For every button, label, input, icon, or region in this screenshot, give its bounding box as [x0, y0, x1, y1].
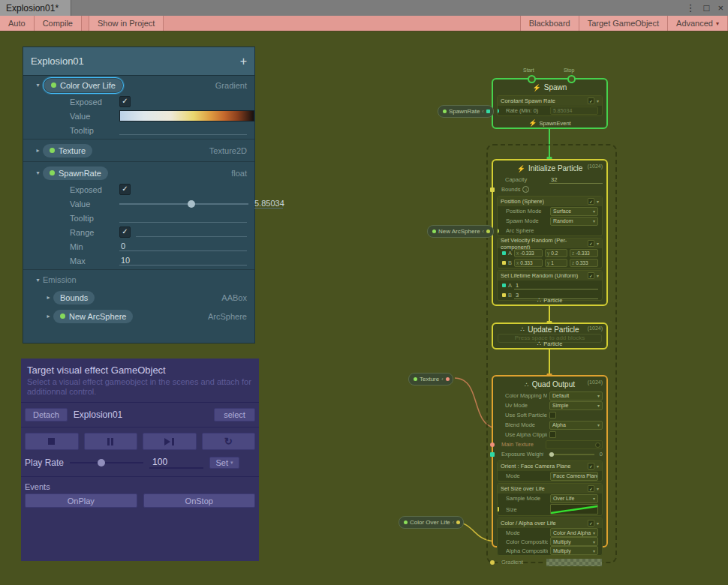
pause-button[interactable]	[84, 433, 138, 450]
exposed-checkbox[interactable]: ✓	[119, 184, 131, 195]
context-quad-output[interactable]: ∴ Quad Output (1024) Color Mapping Mode …	[492, 375, 608, 548]
lifetime-a-field[interactable]: 1	[514, 282, 598, 290]
block-position-sphere[interactable]: Position (Sphere) ✓ ▾ Position Mode Surf…	[497, 196, 603, 236]
max-field[interactable]: 10	[119, 256, 247, 266]
color-mode-dropdown[interactable]: Color And Alpha▾	[550, 528, 598, 537]
expander-icon[interactable]: ▾	[33, 170, 43, 176]
block-collapse-icon[interactable]: ▾	[597, 98, 599, 104]
param-node-color-over-life[interactable]: Color Over Life ‹	[399, 516, 464, 529]
expander-icon[interactable]: ▾	[33, 277, 43, 284]
output-port[interactable]	[446, 377, 450, 381]
main-texture-port[interactable]	[490, 442, 495, 447]
arc-sphere-port[interactable]	[497, 229, 499, 233]
expander-icon[interactable]: ▸	[44, 313, 53, 320]
velocity-b-z-field[interactable]: z0.333	[570, 259, 598, 267]
soft-particle-checkbox[interactable]	[549, 412, 556, 418]
rate-port[interactable]	[497, 109, 499, 113]
blend-mode-dropdown[interactable]: Alpha▾	[549, 421, 603, 430]
block-enabled-checkbox[interactable]: ✓	[588, 520, 594, 526]
context-initialize-particle[interactable]: ⚡ Initialize Particle (1024) Capacity 32…	[492, 159, 608, 306]
block-color-alpha-over-life[interactable]: Color / Alpha over Life ✓ ▾ Mode Color A…	[497, 518, 603, 556]
velocity-a-x-field[interactable]: x-0.333	[514, 249, 543, 257]
capacity-field[interactable]: 32	[549, 176, 603, 184]
stop-button[interactable]	[25, 433, 79, 450]
exposure-weight-slider[interactable]	[549, 454, 594, 455]
update-output[interactable]: ∴ Particle	[493, 340, 606, 347]
bounds-port[interactable]	[490, 188, 495, 192]
tooltip-field[interactable]	[119, 134, 247, 135]
param-row-color-over-life[interactable]: ▾ Color Over Life Gradient	[23, 76, 254, 94]
position-mode-dropdown[interactable]: Surface▾	[550, 207, 598, 216]
spawn-mode-dropdown[interactable]: Random▾	[550, 217, 598, 226]
param-row-new-arcsphere[interactable]: ▸ New ArcSphere ArcSphere	[23, 307, 254, 326]
color-composition-dropdown[interactable]: Multiply▾	[550, 537, 598, 546]
detach-button[interactable]: Detach	[25, 408, 68, 422]
object-picker-icon[interactable]	[595, 442, 600, 448]
collapse-icon[interactable]: ‹	[453, 520, 454, 525]
param-pill[interactable]: Texture	[43, 144, 92, 158]
collapse-icon[interactable]: ‹	[482, 109, 483, 114]
close-icon[interactable]: ×	[717, 2, 723, 14]
orient-mode-dropdown[interactable]: Face Camera Plane▾	[550, 472, 598, 481]
play-rate-slider[interactable]	[70, 462, 143, 464]
block-enabled-checkbox[interactable]: ✓	[588, 98, 594, 104]
exposure-weight-value[interactable]: 0	[600, 451, 603, 458]
block-collapse-icon[interactable]: ▾	[597, 520, 599, 526]
restart-button[interactable]: ↻	[202, 433, 256, 450]
block-enabled-checkbox[interactable]: ✓	[588, 463, 594, 470]
block-collapse-icon[interactable]: ▾	[597, 273, 599, 278]
uv-mode-dropdown[interactable]: Simple▾	[549, 401, 603, 410]
expander-icon[interactable]: ▾	[33, 82, 43, 88]
collapse-icon[interactable]: ‹	[441, 376, 443, 382]
velocity-b-y-field[interactable]: y1	[545, 259, 567, 267]
expander-icon[interactable]: ▸	[33, 147, 43, 154]
velocity-b-x-field[interactable]: x0.333	[514, 259, 543, 267]
param-node-texture[interactable]: Texture ‹	[408, 373, 453, 386]
slider-knob[interactable]	[188, 200, 195, 208]
block-enabled-checkbox[interactable]: ✓	[588, 240, 594, 247]
onstop-button[interactable]: OnStop	[143, 494, 256, 508]
compile-button[interactable]: Compile	[35, 16, 82, 31]
block-enabled-checkbox[interactable]: ✓	[588, 485, 594, 492]
tooltip-field[interactable]	[119, 222, 247, 223]
slider-knob[interactable]	[98, 459, 105, 466]
param-row-bounds[interactable]: ▸ Bounds AABox	[23, 288, 254, 307]
exposed-checkbox[interactable]: ✓	[119, 96, 131, 107]
gradient-value-field[interactable]	[119, 110, 254, 122]
value-slider[interactable]	[119, 203, 248, 205]
param-node-spawnrate[interactable]: SpawnRate ‹	[438, 105, 494, 118]
sample-mode-dropdown[interactable]: Over Life▾	[550, 494, 598, 503]
block-set-size-over-life[interactable]: Set Size over Life ✓ ▾ Sample Mode Over …	[497, 483, 603, 516]
min-field[interactable]: 0	[119, 242, 247, 251]
block-collapse-icon[interactable]: ▾	[597, 199, 599, 204]
add-parameter-button[interactable]: +	[240, 55, 247, 68]
param-node-new-arcsphere[interactable]: New ArcSphere ‹	[427, 225, 494, 238]
param-pill[interactable]: New ArcSphere	[53, 310, 133, 323]
size-port[interactable]	[497, 507, 499, 512]
rate-value-field[interactable]: 5.85034	[550, 106, 598, 115]
blackboard-toggle-button[interactable]: Blackboard	[520, 16, 579, 31]
kebab-menu-icon[interactable]: ⋮	[686, 2, 696, 14]
port-a-icon[interactable]	[502, 284, 506, 287]
context-update-particle[interactable]: ∴ Update Particle (1024) Press space to …	[492, 322, 608, 350]
velocity-a-z-field[interactable]: z-0.333	[570, 249, 598, 257]
show-in-project-button[interactable]: Show in Project	[89, 16, 164, 31]
slider-knob[interactable]	[549, 452, 554, 457]
range-checkbox[interactable]: ✓	[119, 226, 131, 238]
collapse-icon[interactable]: ‹	[483, 229, 484, 234]
block-collapse-icon[interactable]: ▾	[597, 464, 599, 469]
blackboard-header[interactable]: Explosion01 +	[23, 47, 254, 76]
color-mapping-dropdown[interactable]: Default▾	[549, 392, 603, 400]
onplay-button[interactable]: OnPlay	[25, 494, 137, 508]
context-spawn[interactable]: Start Stop ⚡ Spawn Constant Spawn Rate ✓…	[492, 78, 608, 129]
gradient-port[interactable]	[490, 560, 495, 565]
value-field[interactable]: 5.85034	[254, 199, 283, 208]
param-pill[interactable]: Bounds	[53, 291, 95, 304]
play-rate-field[interactable]: 100	[149, 457, 203, 469]
alpha-composition-dropdown[interactable]: Multiply▾	[550, 546, 598, 555]
expander-icon[interactable]: ▸	[44, 294, 53, 301]
block-set-velocity-random[interactable]: Set Velocity Random (Per-component) ✓ ▾ …	[497, 238, 603, 268]
block-orient-face-camera[interactable]: Orient : Face Camera Plane ✓ ▾ Mode Face…	[497, 460, 603, 482]
alpha-clipping-checkbox[interactable]	[549, 431, 556, 438]
set-rate-button[interactable]: Set▾	[209, 457, 239, 469]
